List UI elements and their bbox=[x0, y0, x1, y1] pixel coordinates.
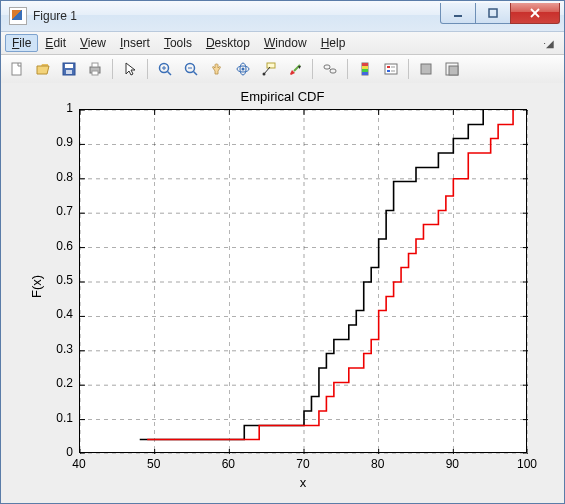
svg-rect-6 bbox=[65, 64, 73, 68]
svg-line-16 bbox=[194, 72, 198, 76]
brush-icon bbox=[287, 61, 303, 77]
menu-edit[interactable]: Edit bbox=[38, 34, 73, 52]
y-tick: 0.2 bbox=[43, 376, 73, 390]
close-icon bbox=[529, 7, 541, 19]
pointer-icon bbox=[122, 61, 138, 77]
y-tick: 0.8 bbox=[43, 170, 73, 184]
zoom-out-button[interactable] bbox=[179, 57, 203, 81]
insert-colorbar-button[interactable] bbox=[353, 57, 377, 81]
zoom-in-button[interactable] bbox=[153, 57, 177, 81]
y-axis-label: F(x) bbox=[29, 275, 44, 298]
svg-point-23 bbox=[263, 73, 266, 76]
svg-rect-4 bbox=[12, 63, 21, 75]
open-icon bbox=[35, 61, 51, 77]
hide-plot-tools-icon bbox=[418, 61, 434, 77]
pan-button[interactable] bbox=[205, 57, 229, 81]
y-tick: 0.5 bbox=[43, 273, 73, 287]
close-button[interactable] bbox=[510, 3, 560, 24]
x-tick: 100 bbox=[515, 457, 539, 471]
figure-window: Figure 1 File Edit View Insert Tools Des… bbox=[0, 0, 565, 504]
data-cursor-button[interactable] bbox=[257, 57, 281, 81]
y-tick: 0.9 bbox=[43, 135, 73, 149]
toolbar-separator bbox=[147, 59, 148, 79]
y-tick: 0 bbox=[43, 445, 73, 459]
zoom-out-icon bbox=[183, 61, 199, 77]
menu-help[interactable]: Help bbox=[314, 34, 353, 52]
svg-rect-33 bbox=[362, 72, 368, 75]
x-tick: 40 bbox=[67, 457, 91, 471]
link-plots-button[interactable] bbox=[318, 57, 342, 81]
show-plot-tools-button[interactable] bbox=[440, 57, 464, 81]
svg-rect-41 bbox=[449, 66, 458, 75]
menubar-overflow-icon[interactable]: ⋅◢ bbox=[543, 38, 560, 49]
minimize-icon bbox=[452, 7, 464, 19]
svg-rect-39 bbox=[421, 64, 431, 74]
menubar: File Edit View Insert Tools Desktop Wind… bbox=[1, 32, 564, 55]
menu-window[interactable]: Window bbox=[257, 34, 314, 52]
svg-rect-7 bbox=[66, 70, 72, 74]
titlebar[interactable]: Figure 1 bbox=[1, 1, 564, 32]
open-button[interactable] bbox=[31, 57, 55, 81]
x-tick: 50 bbox=[142, 457, 166, 471]
menu-desktop[interactable]: Desktop bbox=[199, 34, 257, 52]
svg-rect-9 bbox=[92, 63, 98, 67]
window-controls bbox=[441, 3, 560, 23]
axes-title: Empirical CDF bbox=[1, 89, 564, 104]
x-axis-label: x bbox=[79, 475, 527, 490]
axes[interactable] bbox=[79, 109, 527, 453]
toolbar-separator bbox=[112, 59, 113, 79]
x-tick: 80 bbox=[366, 457, 390, 471]
toolbar-separator bbox=[312, 59, 313, 79]
svg-line-12 bbox=[168, 72, 172, 76]
figure-canvas[interactable]: Empirical CDF F(x) x 405060708090100 00.… bbox=[1, 83, 564, 503]
x-tick: 60 bbox=[216, 457, 240, 471]
axes-svg bbox=[80, 110, 528, 454]
svg-rect-10 bbox=[92, 71, 98, 75]
svg-rect-1 bbox=[489, 9, 497, 17]
svg-line-28 bbox=[329, 68, 331, 70]
legend-icon bbox=[383, 61, 399, 77]
y-tick: 0.1 bbox=[43, 411, 73, 425]
maximize-icon bbox=[487, 7, 499, 19]
svg-rect-21 bbox=[267, 63, 275, 68]
y-tick: 0.4 bbox=[43, 307, 73, 321]
save-icon bbox=[61, 61, 77, 77]
link-plots-icon bbox=[322, 61, 338, 77]
y-tick: 1 bbox=[43, 101, 73, 115]
new-figure-icon bbox=[9, 61, 25, 77]
edit-plot-button[interactable] bbox=[118, 57, 142, 81]
pan-icon bbox=[209, 61, 225, 77]
y-tick: 0.3 bbox=[43, 342, 73, 356]
data-cursor-icon bbox=[261, 61, 277, 77]
svg-rect-34 bbox=[385, 64, 397, 74]
menu-view[interactable]: View bbox=[73, 34, 113, 52]
save-button[interactable] bbox=[57, 57, 81, 81]
menu-insert[interactable]: Insert bbox=[113, 34, 157, 52]
rotate-3d-icon bbox=[235, 61, 251, 77]
brush-button[interactable] bbox=[283, 57, 307, 81]
rotate-3d-button[interactable] bbox=[231, 57, 255, 81]
window-title: Figure 1 bbox=[33, 9, 77, 23]
zoom-in-icon bbox=[157, 61, 173, 77]
show-plot-tools-icon bbox=[444, 61, 460, 77]
svg-point-20 bbox=[242, 68, 245, 71]
y-tick: 0.7 bbox=[43, 204, 73, 218]
menu-file[interactable]: File bbox=[5, 34, 38, 52]
x-tick: 70 bbox=[291, 457, 315, 471]
y-tick: 0.6 bbox=[43, 239, 73, 253]
svg-rect-31 bbox=[362, 66, 368, 69]
print-icon bbox=[87, 61, 103, 77]
matlab-figure-icon bbox=[9, 7, 27, 25]
colorbar-icon bbox=[357, 61, 373, 77]
menu-tools[interactable]: Tools bbox=[157, 34, 199, 52]
maximize-button[interactable] bbox=[475, 3, 511, 24]
insert-legend-button[interactable] bbox=[379, 57, 403, 81]
print-button[interactable] bbox=[83, 57, 107, 81]
toolbar-separator bbox=[408, 59, 409, 79]
svg-rect-32 bbox=[362, 69, 368, 72]
svg-rect-30 bbox=[362, 63, 368, 66]
hide-plot-tools-button[interactable] bbox=[414, 57, 438, 81]
minimize-button[interactable] bbox=[440, 3, 476, 24]
new-figure-button[interactable] bbox=[5, 57, 29, 81]
toolbar bbox=[1, 55, 564, 84]
